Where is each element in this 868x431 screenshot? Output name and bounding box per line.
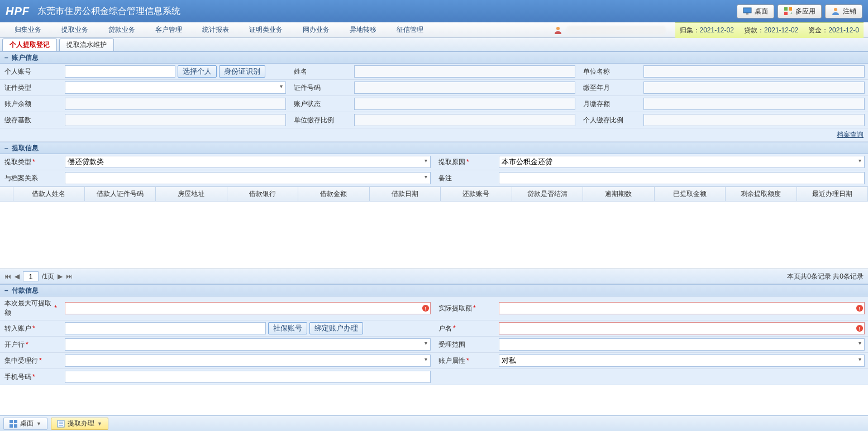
status-daikuan-date: 2021-12-02 bbox=[764, 26, 798, 34]
menu-tiqu[interactable]: 提取业务 bbox=[51, 25, 98, 35]
tab-personal-withdraw[interactable]: 个人提取登记 bbox=[2, 39, 57, 51]
menu-yidi[interactable]: 异地转移 bbox=[340, 25, 387, 35]
menu-kehu[interactable]: 客户管理 bbox=[145, 25, 192, 35]
status-zijin-date: 2021-12-0 bbox=[828, 26, 859, 34]
user-icon bbox=[831, 7, 840, 16]
menu-zhengxin[interactable]: 征信管理 bbox=[387, 25, 433, 35]
status-dates: 归集：2021-12-02 贷款：2021-12-02 资金：2021-12-0 bbox=[675, 22, 864, 38]
menu-wangban[interactable]: 网办业务 bbox=[293, 25, 340, 35]
menu-zhengming[interactable]: 证明类业务 bbox=[239, 25, 293, 35]
desktop-button[interactable]: 桌面 bbox=[737, 4, 774, 18]
svg-rect-0 bbox=[743, 8, 751, 13]
apps-button[interactable]: + 多应用 bbox=[778, 4, 822, 18]
desktop-button-label: 桌面 bbox=[755, 7, 768, 16]
svg-rect-4 bbox=[784, 12, 788, 15]
menu-daikuan[interactable]: 贷款业务 bbox=[98, 25, 145, 35]
svg-point-6 bbox=[834, 8, 837, 11]
avatar-icon bbox=[554, 26, 562, 35]
logout-button[interactable]: 注销 bbox=[825, 4, 862, 18]
svg-text:+: + bbox=[790, 11, 793, 16]
menu-tongji[interactable]: 统计报表 bbox=[192, 25, 239, 35]
menu-guiji[interactable]: 归集业务 bbox=[4, 25, 51, 35]
apps-button-label: 多应用 bbox=[795, 7, 815, 16]
svg-rect-2 bbox=[784, 7, 788, 11]
status-guiji-date: 2021-12-02 bbox=[700, 26, 734, 34]
app-title: 东莞市住房公积金综合管理信息系统 bbox=[37, 6, 180, 17]
svg-point-7 bbox=[556, 27, 560, 30]
app-header: HPF 东莞市住房公积金综合管理信息系统 桌面 + 多应用 注销 bbox=[0, 0, 868, 22]
user-name-redacted bbox=[566, 26, 666, 35]
sub-tabs: 个人提取登记 提取流水维护 bbox=[0, 38, 868, 51]
monitor-icon bbox=[743, 7, 752, 16]
app-logo: HPF bbox=[6, 5, 30, 18]
apps-icon: + bbox=[784, 7, 793, 16]
logout-button-label: 注销 bbox=[843, 7, 856, 16]
main-menu: 归集业务 提取业务 贷款业务 客户管理 统计报表 证明类业务 网办业务 异地转移… bbox=[0, 22, 868, 38]
status-zijin-label: 资金： bbox=[808, 26, 828, 34]
user-area: 归集：2021-12-02 贷款：2021-12-02 资金：2021-12-0 bbox=[554, 22, 864, 38]
svg-rect-1 bbox=[746, 13, 748, 15]
status-daikuan-label: 贷款： bbox=[744, 26, 764, 34]
tab-flow-maintain[interactable]: 提取流水维护 bbox=[59, 39, 114, 51]
status-guiji-label: 归集： bbox=[680, 26, 700, 34]
